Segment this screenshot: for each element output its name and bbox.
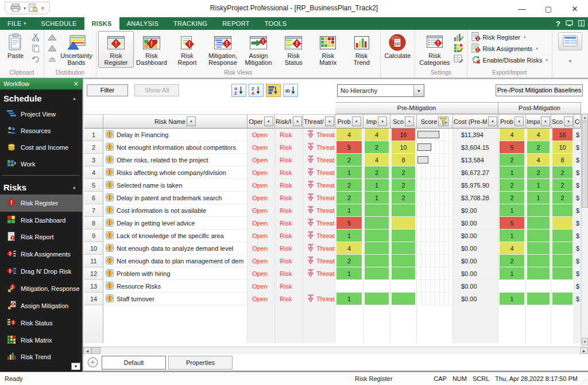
sidebar-item-risk-trend[interactable]: Risk Trend (0, 348, 82, 365)
post-impact-cell[interactable] (526, 267, 551, 280)
risk-name-cell[interactable]: Cost information is not available (103, 204, 247, 217)
ribbon-tab-tools[interactable]: TOOLS (257, 17, 295, 30)
pre-cost-cell[interactable]: $6,672.27 (453, 166, 498, 179)
pre-cost-cell[interactable]: $13,584 (453, 154, 498, 166)
collapse-icon[interactable]: ▲ (72, 185, 76, 189)
pre-cost-cell[interactable]: $11,394 (453, 129, 498, 141)
row-number[interactable]: 13 (84, 280, 103, 293)
horizontal-scrollbar[interactable]: ◀ ▶ (83, 347, 588, 354)
post-cost-cell[interactable]: $ (574, 154, 581, 166)
scroll-left-icon[interactable]: ◀ (83, 347, 91, 354)
post-probability-cell[interactable]: 1 (498, 204, 526, 217)
post-score-cell[interactable] (551, 267, 574, 280)
open-closed-cell[interactable]: Open (247, 255, 275, 267)
pre-score-cell[interactable]: 2 (390, 192, 417, 204)
filter-dropdown-icon[interactable]: ▼ (514, 116, 524, 126)
show-all-button[interactable]: Show All (134, 84, 179, 96)
table-row[interactable]: 10 Not enough data to analyze demand lev… (84, 242, 582, 255)
row-number[interactable]: 1 (84, 129, 103, 141)
post-probability-cell[interactable]: 2 (498, 255, 526, 267)
post-score-cell[interactable] (551, 293, 574, 305)
open-closed-cell[interactable]: Open (247, 204, 275, 217)
pre-probability-cell[interactable]: 4 (335, 129, 363, 141)
table-wand-icon[interactable] (454, 55, 464, 64)
filter-dropdown-icon[interactable]: ▼ (293, 116, 302, 126)
pre-impact-cell[interactable] (363, 242, 390, 255)
sidebar-item-cost-and-income[interactable]: Cost and Income (0, 139, 82, 155)
post-score-cell[interactable]: 2 (551, 166, 574, 179)
post-cost-cell[interactable]: $ (574, 179, 581, 192)
row-number[interactable]: 12 (84, 267, 103, 280)
table-row[interactable]: 1 Delay in Financing Open Risk Threat 4 … (84, 129, 582, 141)
risk-issue-cell[interactable]: Risk (275, 154, 303, 166)
sidebar-item-mitigation-response[interactable]: Mitigation, Response (0, 280, 82, 297)
risk-name-cell[interactable]: Staff turnover (103, 293, 247, 305)
column-header-score[interactable]: Score (417, 114, 453, 129)
pre-cost-cell[interactable]: $0.00 (453, 255, 498, 267)
pre-cost-cell[interactable]: $0.00 (453, 230, 498, 242)
sidebar-item-drag-n-drop-risk[interactable]: Drag N' Drop Risk (0, 263, 82, 280)
ribbon-tab-report[interactable]: REPORT (215, 17, 257, 30)
post-score-cell[interactable]: 16 (551, 129, 574, 141)
pre-impact-cell[interactable]: 4 (363, 154, 390, 166)
pre-cost-cell[interactable]: $0.00 (453, 293, 498, 305)
vertical-scroll-thumb[interactable] (582, 122, 588, 208)
pre-probability-cell[interactable]: 2 (335, 192, 363, 204)
row-number[interactable]: 11 (84, 255, 103, 267)
chevron-down-icon[interactable]: ▼ (413, 85, 424, 96)
pre-probability-cell[interactable] (335, 280, 363, 293)
pre-score-cell[interactable] (390, 255, 417, 267)
post-probability-cell[interactable]: 5 (498, 141, 526, 154)
ribbon-tab-tracking[interactable]: TRACKING (166, 17, 215, 30)
horizontal-scroll-thumb[interactable] (91, 347, 100, 354)
post-impact-cell[interactable]: 2 (526, 141, 551, 154)
scroll-down-icon[interactable]: ▼ (582, 338, 588, 345)
monitor-icon[interactable] (566, 20, 573, 28)
threat-cell[interactable]: Threat (303, 166, 335, 179)
post-cost-cell[interactable]: $ (574, 230, 581, 242)
chart-wand-icon[interactable] (454, 33, 464, 42)
post-cost-cell[interactable]: $ (574, 267, 581, 280)
scroll-up-icon[interactable]: ▲ (582, 114, 588, 121)
filter-dropdown-icon[interactable]: ▼ (564, 116, 573, 126)
pre-impact-cell[interactable] (363, 255, 390, 267)
open-closed-cell[interactable]: Open (247, 166, 275, 179)
row-number[interactable]: 3 (84, 154, 103, 166)
column-header-cu[interactable]: Cu (574, 114, 581, 129)
info-icon[interactable] (578, 20, 585, 28)
threat-cell[interactable]: Threat (303, 255, 335, 267)
sidebar-item-project-view[interactable]: Project View (0, 106, 82, 122)
row-number[interactable]: 5 (84, 179, 103, 192)
row-number[interactable]: 4 (84, 166, 103, 179)
resize-grip[interactable]: ⋰ (581, 378, 587, 384)
post-impact-cell[interactable] (526, 204, 551, 217)
risk-issue-cell[interactable]: Risk (275, 255, 303, 267)
close-button[interactable]: ✕ (562, 0, 588, 17)
risk-name-cell[interactable]: Risks affecting whole company/division (103, 166, 247, 179)
maximize-button[interactable]: ▢ (535, 0, 562, 17)
table-row[interactable]: 5 Selected name is taken Open Risk Threa… (84, 179, 582, 192)
pre-score-cell[interactable]: 10 (390, 141, 417, 154)
ribbon-button-risk-register[interactable]: Risk Register (98, 31, 134, 68)
pre-probability-cell[interactable]: 1 (335, 230, 363, 242)
sort-za-button[interactable]: ZA (249, 84, 264, 97)
column-header-prob[interactable]: Prob ▼ (498, 114, 526, 129)
pre-impact-cell[interactable]: 2 (363, 166, 390, 179)
sidebar-collapse-button[interactable]: ▼ (71, 363, 80, 370)
post-score-cell[interactable]: 2 (551, 192, 574, 204)
column-header-score[interactable]: Score ▼ (551, 114, 574, 129)
post-probability-cell[interactable]: 2 (498, 192, 526, 204)
add-view-tab-button[interactable] (87, 357, 98, 368)
post-probability-cell[interactable]: 1 (498, 293, 526, 305)
table-row[interactable]: 3 Other risks, related to the project Op… (84, 154, 582, 166)
open-closed-cell[interactable]: Open (247, 141, 275, 154)
calculate-button[interactable]: Calculate (382, 31, 413, 61)
threat-cell[interactable]: Threat (303, 242, 335, 255)
risk-name-cell[interactable]: Delay in patent and trademark search (103, 192, 247, 204)
table-row[interactable]: 11 Not enough data to plan management of… (84, 255, 582, 267)
risk-name-cell[interactable]: Not enought information about competitor… (103, 141, 247, 154)
undo-icon[interactable] (30, 55, 41, 64)
post-score-cell[interactable] (551, 217, 574, 230)
risk-issue-cell[interactable]: Risk (275, 141, 303, 154)
risk-issue-cell[interactable]: Risk (275, 204, 303, 217)
